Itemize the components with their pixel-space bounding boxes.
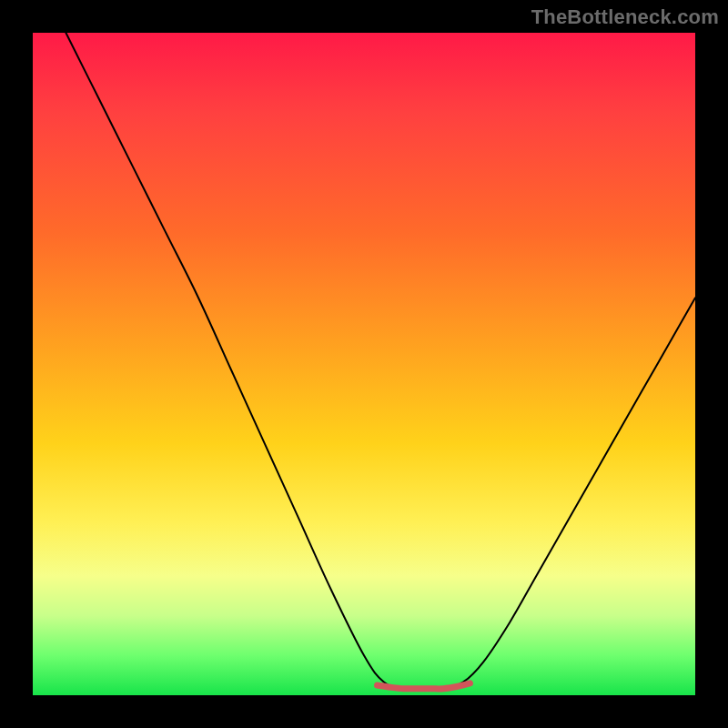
watermark-text: TheBottleneck.com: [531, 5, 719, 29]
chart-svg: [33, 33, 695, 695]
optimal-flat-region: [378, 683, 470, 689]
plot-area: [33, 33, 695, 695]
chart-frame: TheBottleneck.com: [0, 0, 728, 728]
bottleneck-curve: [66, 33, 695, 689]
